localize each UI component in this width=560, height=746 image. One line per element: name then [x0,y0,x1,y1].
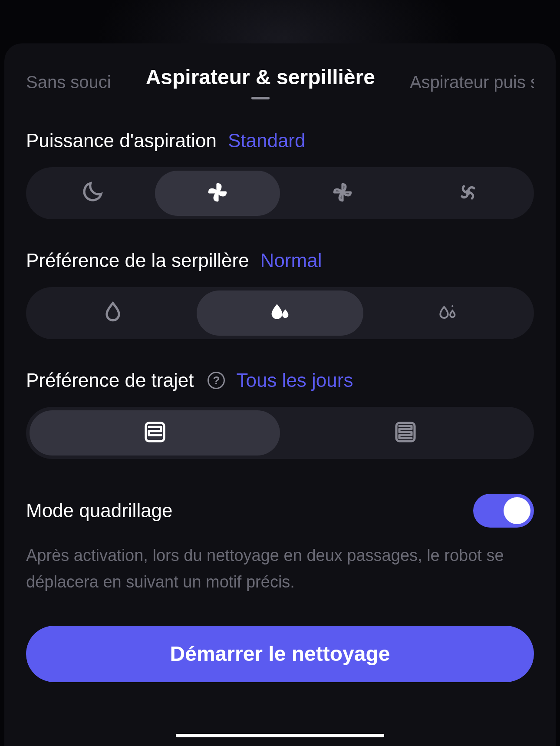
grid-mode-row: Mode quadrillage [26,494,534,528]
suction-value: Standard [228,130,306,152]
route-title: Préférence de trajet [26,370,194,391]
switch-knob [504,497,530,524]
suction-section: Puissance d'aspiration Standard [26,130,534,219]
grid-mode-toggle[interactable] [473,494,534,528]
mop-option-low[interactable] [30,290,197,336]
grid-mode-title: Mode quadrillage [26,500,173,522]
route-option-everyday[interactable] [30,410,280,456]
mop-section: Préférence de la serpillère Normal [26,250,534,339]
suction-option-strong[interactable] [280,171,405,216]
suction-segmented [26,167,534,219]
pinwheel-outline-icon [330,180,355,206]
route-segmented [26,407,534,459]
tab-aspirateur-serpilliere[interactable]: Aspirateur & serpillière [146,65,375,89]
start-cleaning-button[interactable]: Démarrer le nettoyage [26,626,534,682]
suction-option-standard[interactable] [155,171,280,216]
zigzag-loose-icon [143,420,167,446]
suction-title: Puissance d'aspiration [26,130,217,152]
mop-value: Normal [260,250,322,271]
route-section: Préférence de trajet ? Tous les jours [26,370,534,459]
suction-option-max[interactable] [405,171,531,216]
grid-mode-description: Après activation, lors du nettoyage en d… [26,542,534,595]
tab-aspirateur-puis-serp[interactable]: Aspirateur puis serp [410,73,534,92]
mode-tabs: Sans souci Aspirateur & serpillière Aspi… [26,43,534,99]
route-value: Tous les jours [236,370,353,391]
mop-option-normal[interactable] [197,290,364,336]
mop-segmented [26,287,534,339]
help-icon[interactable]: ? [208,372,225,389]
drops-icon [268,300,292,326]
turbine-icon [456,180,480,206]
tab-underline [251,97,270,99]
route-option-deep[interactable] [280,410,530,456]
suction-option-quiet[interactable] [30,171,155,216]
pinwheel-icon [205,180,230,206]
settings-sheet: Sans souci Aspirateur & serpillière Aspi… [4,43,556,746]
moon-icon [80,180,104,206]
mop-option-high[interactable] [363,290,530,336]
drops-plus-icon [435,300,459,326]
home-indicator [176,734,384,737]
svg-point-1 [451,305,453,307]
tab-sans-souci[interactable]: Sans souci [26,73,111,92]
mop-title: Préférence de la serpillère [26,250,249,271]
zigzag-dense-icon [393,420,418,446]
drop-icon [101,300,125,326]
